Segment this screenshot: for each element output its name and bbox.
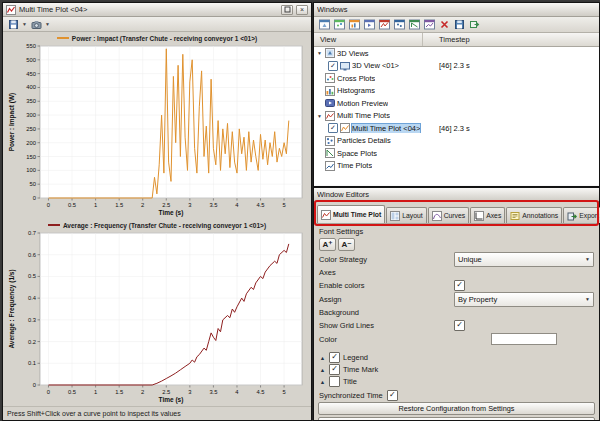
expand-arrow-icon[interactable]: ▼ <box>316 113 323 119</box>
tab-label: Annotations <box>522 212 558 219</box>
average-frequency-plot[interactable]: 00.511.522.533.544.5500.10.20.30.40.50.6… <box>6 230 308 405</box>
legend-line-swatch <box>48 224 60 226</box>
save-configuration-button[interactable]: Save Current Configuration in Settings <box>318 417 595 420</box>
editors-panel-title: Window Editors <box>317 190 596 199</box>
svg-text:50: 50 <box>30 181 36 187</box>
tree-item-particles-details[interactable]: Particles Details <box>314 135 599 148</box>
close-all-windows-icon[interactable] <box>437 18 451 31</box>
new-histogram-icon[interactable] <box>347 18 361 31</box>
tree-item-histograms[interactable]: Histograms <box>314 85 599 98</box>
assign-select[interactable]: By Property ▼ <box>454 292 594 307</box>
save-workspace-icon[interactable] <box>452 18 466 31</box>
power-impact-plot[interactable]: 00.511.522.533.544.550501001502002503003… <box>6 43 308 218</box>
color-strategy-select[interactable]: Unique ▼ <box>454 252 594 267</box>
plot-icon <box>340 123 350 133</box>
snapshot-icon[interactable] <box>29 18 43 31</box>
new-3d-view-icon[interactable] <box>317 18 331 31</box>
collapse-arrow-icon[interactable]: ▲ <box>319 367 326 373</box>
visibility-checkbox[interactable]: ✓ <box>328 61 338 71</box>
new-multi-time-plot-icon[interactable] <box>377 18 391 31</box>
tree-item-space-plots[interactable]: Space Plots <box>314 147 599 160</box>
section-legend[interactable]: ▲✓Legend <box>319 352 594 363</box>
tab-multi-time-plot[interactable]: Multi Time Plot <box>317 205 385 223</box>
synchronized-time-checkbox[interactable]: ✓ <box>387 390 398 401</box>
tree-item-multi-time-plot-04[interactable]: ✓Multi Time Plot <04>[46] 2.3 s <box>314 122 599 135</box>
save-plot-dropdown-arrow-icon[interactable]: ▼ <box>21 21 28 27</box>
time-mark-checkbox[interactable]: ✓ <box>329 364 340 375</box>
color-strategy-value: Unique <box>458 255 482 264</box>
power-impact-chart[interactable]: Power : Impact (Transfer Chute - receivi… <box>3 32 311 219</box>
svg-text:2: 2 <box>141 202 144 208</box>
svg-text:Time (s): Time (s) <box>159 396 184 404</box>
svg-text:350: 350 <box>26 98 36 104</box>
timestep-value: [46] 2.3 s <box>437 61 599 70</box>
editors-panel-titlebar[interactable]: Window Editors <box>314 188 599 202</box>
spaceplot-icon <box>325 148 335 158</box>
tree-item-cross-plots[interactable]: Cross Plots <box>314 72 599 85</box>
undock-button[interactable] <box>281 5 293 15</box>
expand-arrow-icon[interactable]: ▼ <box>316 50 323 56</box>
timestep-column-header[interactable]: Timestep <box>422 33 599 46</box>
tree-item-multi-time-plots[interactable]: ▼Multi Time Plots <box>314 110 599 123</box>
visibility-checkbox[interactable]: ✓ <box>328 123 338 133</box>
multi-time-plot-window: Multi Time Plot <04> × ▼▼ Power : Impact… <box>2 2 312 421</box>
collapse-arrow-icon[interactable]: ▲ <box>319 379 326 385</box>
new-particles-details-icon[interactable] <box>392 18 406 31</box>
svg-text:1: 1 <box>94 389 97 395</box>
snapshot-dropdown-arrow-icon[interactable]: ▼ <box>44 21 51 27</box>
legend-line-swatch <box>57 37 69 39</box>
tab-export[interactable]: Export <box>563 207 600 223</box>
tree-item-motion-preview[interactable]: Motion Preview <box>314 97 599 110</box>
view-column-header[interactable]: View <box>314 35 422 44</box>
plot-window-titlebar[interactable]: Multi Time Plot <04> × <box>3 3 311 17</box>
average-frequency-chart[interactable]: Average : Frequency (Transfer Chute - re… <box>3 219 311 406</box>
tree-item-3d-views[interactable]: ▼3D Views <box>314 47 599 60</box>
svg-text:4: 4 <box>235 202 239 208</box>
tab-label: Export <box>579 212 599 219</box>
new-motion-preview-icon[interactable] <box>362 18 376 31</box>
windows-panel: Windows View Timestep ▼3D Views✓3D View … <box>313 2 600 187</box>
svg-text:3: 3 <box>188 202 191 208</box>
restore-workspace-icon[interactable] <box>467 18 481 31</box>
collapse-arrow-icon[interactable]: ▲ <box>319 355 326 361</box>
font-increase-button[interactable]: A⁺ <box>319 238 336 251</box>
title-checkbox[interactable] <box>329 376 340 387</box>
plot-window-title: Multi Time Plot <04> <box>19 5 278 14</box>
section-title[interactable]: ▲Title <box>319 376 594 387</box>
axes-group-label: Axes <box>319 268 594 277</box>
svg-text:3.5: 3.5 <box>209 202 217 208</box>
show-grid-lines-checkbox[interactable]: ✓ <box>454 320 465 331</box>
svg-text:4: 4 <box>235 389 239 395</box>
chevron-down-icon: ▼ <box>585 296 590 302</box>
tab-annotations[interactable]: Annotations <box>506 207 562 223</box>
collapsible-sections: ▲✓Legend▲✓Time Mark▲Title <box>314 351 599 388</box>
tree-item-label: Time Plots <box>337 161 372 170</box>
assign-label: Assign <box>319 295 454 304</box>
background-color-label: Color <box>319 335 454 344</box>
svg-text:Time (s): Time (s) <box>159 209 184 217</box>
svg-text:0.6: 0.6 <box>28 252 36 258</box>
restore-configuration-button[interactable]: Restore Configuration from Settings <box>318 402 595 415</box>
tab-curves[interactable]: Curves <box>428 207 470 223</box>
crossplot-icon <box>325 73 335 83</box>
tree-item-time-plots[interactable]: Time Plots <box>314 160 599 173</box>
chevron-down-icon: ▼ <box>585 256 590 262</box>
save-plot-icon[interactable] <box>6 18 20 31</box>
background-color-button[interactable] <box>491 333 557 345</box>
windows-panel-titlebar[interactable]: Windows <box>314 3 599 17</box>
tab-axes[interactable]: Axes <box>470 207 505 223</box>
svg-text:0.4: 0.4 <box>28 295 37 301</box>
new-time-plot-icon[interactable] <box>422 18 436 31</box>
show-grid-lines-label: Show Grid Lines <box>319 321 454 330</box>
font-decrease-button[interactable]: A⁻ <box>338 238 355 251</box>
tree-item-3d-view-01[interactable]: ✓3D View <01>[46] 2.3 s <box>314 60 599 73</box>
new-space-plot-icon[interactable] <box>407 18 421 31</box>
motion-icon <box>325 98 335 108</box>
legend-checkbox[interactable]: ✓ <box>329 352 340 363</box>
section-time-mark[interactable]: ▲✓Time Mark <box>319 364 594 375</box>
close-button[interactable]: × <box>296 5 308 15</box>
new-cross-plot-icon[interactable] <box>332 18 346 31</box>
enable-colors-checkbox[interactable]: ✓ <box>454 280 465 291</box>
svg-text:2.5: 2.5 <box>162 389 170 395</box>
tab-layout[interactable]: Layout <box>386 207 426 223</box>
